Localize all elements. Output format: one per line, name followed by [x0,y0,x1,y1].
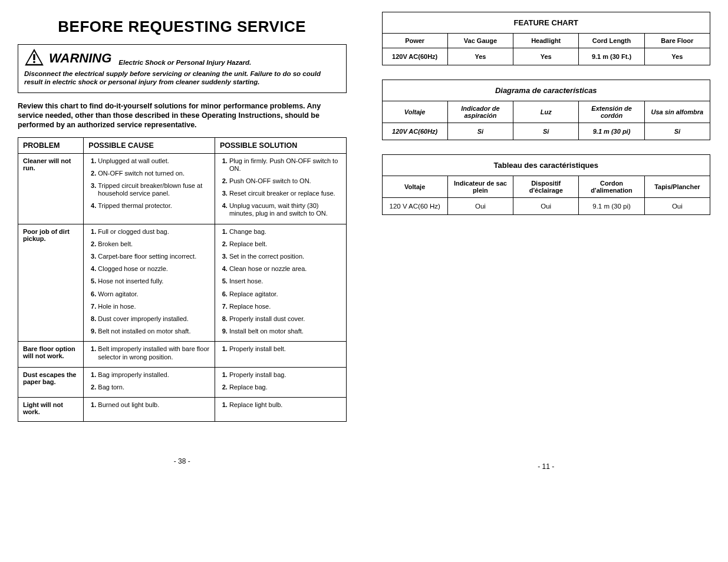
feature-value: Oui [447,198,513,215]
cause-item: Bag improperly installed. [98,371,210,379]
page-number-right: - 11 - [382,462,711,471]
feature-header: Luz [513,101,579,123]
problem-cell: Poor job of dirt pickup. [18,224,84,342]
right-column: FEATURE CHARTPowerVac GaugeHeadlightCord… [382,12,711,471]
feature-value: Yes [513,48,579,65]
feature-header: Voltaje [382,176,447,198]
solution-cell: Change bag.Replace belt.Set in the corre… [215,224,346,342]
warning-word: WARNING [49,51,111,66]
feature-value: Oui [644,198,710,215]
warning-box: WARNING Electric Shock or Personal Injur… [18,44,347,93]
feature-header: Indicador de aspiración [447,101,513,123]
cause-item: Worn agitator. [98,290,210,298]
cause-item: Full or clogged dust bag. [98,228,210,236]
solution-item: Plug in firmly. Push ON-OFF switch to ON… [229,157,341,173]
feature-caption: Diagrama de características [382,80,710,101]
warning-header: WARNING Electric Shock or Personal Injur… [24,48,340,66]
feature-header: Vac Gauge [447,34,513,48]
cause-item: Hole in hose. [98,303,210,310]
cause-item: Tripped thermal protector. [98,202,210,210]
feature-header: Tapis/Plancher [644,176,710,198]
solution-item: Change bag. [229,228,341,236]
left-column: BEFORE REQUESTING SERVICE WARNING Electr… [18,12,347,471]
feature-header: Dispositif d'éclairage [513,176,579,198]
cause-cell: Belt improperly installed with bare floo… [84,342,215,367]
solution-item: Reset circuit breaker or replace fuse. [229,190,341,197]
table-row: Light will not work.Burned out light bul… [18,398,347,422]
feature-value: Si [644,123,710,140]
cause-item: Dust cover improperly installed. [98,315,210,323]
cause-item: Unplugged at wall outlet. [98,157,210,165]
cause-cell: Unplugged at wall outlet.ON-OFF switch n… [84,153,215,224]
table-row: Cleaner will not run.Unplugged at wall o… [18,153,347,224]
solution-cell: Plug in firmly. Push ON-OFF switch to ON… [215,153,346,224]
cause-item: Bag torn. [98,384,210,391]
solution-cell: Properly install belt. [215,342,346,367]
feature-header: Headlight [513,34,579,48]
solution-item: Unplug vacuum, wait thirty (30) minutes,… [229,202,341,217]
feature-header: Power [382,34,447,48]
solution-item: Replace agitator. [229,290,341,298]
cause-item: Carpet-bare floor setting incorrect. [98,253,210,260]
cause-cell: Burned out light bulb. [84,398,215,422]
feature-header: Extensión de cordón [579,101,644,123]
cause-item: ON-OFF switch not turned on. [98,170,210,177]
solution-item: Properly install dust cover. [229,315,341,323]
warning-body: Disconnect the electrical supply before … [24,70,340,87]
cause-item: Broken belt. [98,240,210,248]
col-solution: POSSIBLE SOLUTION [215,137,346,153]
feature-header: Cord Length [579,34,644,48]
cause-item: Hose not inserted fully. [98,277,210,285]
feature-value: Yes [447,48,513,65]
feature-header: Usa sin alfombra [644,101,710,123]
svg-point-3 [33,61,35,64]
table-row: Dust escapes the paper bag.Bag improperl… [18,367,347,397]
page-number-left: - 38 - [18,457,347,465]
feature-table: FEATURE CHARTPowerVac GaugeHeadlightCord… [382,12,711,65]
feature-value: 9.1 m (30 pi) [579,123,644,140]
feature-header: Cordon d'alimenation [579,176,644,198]
solution-item: Replace hose. [229,303,341,310]
solution-item: Replace belt. [229,240,341,248]
warning-icon [24,48,44,66]
solution-cell: Replace light bulb. [215,398,346,422]
solution-item: Push ON-OFF switch to ON. [229,177,341,185]
feature-value: 120V AC(60Hz) [382,123,447,140]
solution-item: Clean hose or nozzle area. [229,265,341,273]
feature-header: Indicateur de sac plein [447,176,513,198]
cause-cell: Bag improperly installed.Bag torn. [84,367,215,397]
cause-item: Burned out light bulb. [98,401,210,409]
col-cause: POSSIBLE CAUSE [84,137,215,153]
cause-item: Clogged hose or nozzle. [98,265,210,273]
intro-paragraph: Review this chart to find do-it-yourself… [18,101,347,130]
feature-value: Si [513,123,579,140]
svg-rect-2 [33,54,35,60]
problem-cell: Dust escapes the paper bag. [18,367,84,397]
feature-header: Voltaje [382,101,447,123]
cause-item: Belt not installed on motor shaft. [98,328,210,335]
feature-header: Bare Floor [644,34,710,48]
feature-value: 120V AC(60Hz) [382,48,447,65]
solution-item: Set in the correct position. [229,253,341,260]
solution-item: Install belt on motor shaft. [229,328,341,335]
table-row: Bare floor option will not work.Belt imp… [18,342,347,367]
problem-cell: Bare floor option will not work. [18,342,84,367]
solution-item: Properly install belt. [229,345,341,353]
col-problem: PROBLEM [18,137,84,153]
cause-item: Belt improperly installed with bare floo… [98,345,210,361]
feature-table: Tableau des caractéristiquesVoltajeIndic… [382,154,711,215]
feature-value: Yes [644,48,710,65]
feature-table: Diagrama de característicasVoltajeIndica… [382,80,711,140]
solution-cell: Properly install bag.Replace bag. [215,367,346,397]
feature-value: Oui [513,198,579,215]
feature-value: 9.1 m (30 pi) [579,198,644,215]
solution-item: Replace bag. [229,384,341,391]
feature-value: Si [447,123,513,140]
cause-cell: Full or clogged dust bag.Broken belt.Car… [84,224,215,342]
troubleshooting-table: PROBLEM POSSIBLE CAUSE POSSIBLE SOLUTION… [18,137,347,422]
solution-item: Insert hose. [229,277,341,285]
cause-item: Tripped circuit breaker/blown fuse at ho… [98,182,210,197]
solution-item: Replace light bulb. [229,401,341,409]
table-row: Poor job of dirt pickup.Full or clogged … [18,224,347,342]
problem-cell: Cleaner will not run. [18,153,84,224]
